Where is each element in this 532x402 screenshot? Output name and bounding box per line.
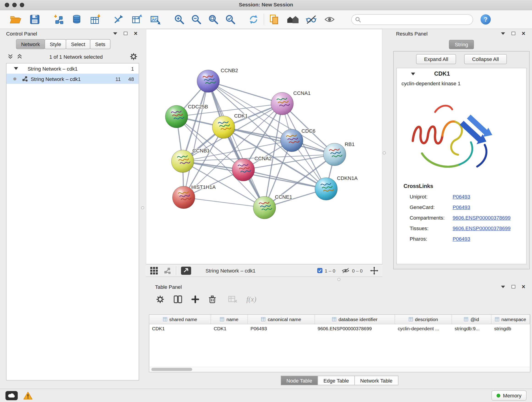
float-window-icon[interactable] [122, 30, 129, 36]
crosslink-link[interactable]: P06493 [452, 194, 470, 199]
node-CDKN1A[interactable] [315, 178, 337, 200]
zoom-selected-button[interactable] [224, 12, 237, 27]
open-in-window-button[interactable] [181, 266, 191, 274]
node-RB1[interactable] [323, 143, 346, 166]
node-CCNB2[interactable] [197, 70, 220, 92]
collapse-gene-icon[interactable] [411, 73, 415, 75]
warnings-button[interactable] [23, 391, 33, 400]
edge-CCNA2-CDKN1A[interactable] [243, 170, 326, 189]
zoom-fit-button[interactable] [206, 12, 220, 27]
network-overview-icon[interactable] [164, 267, 171, 274]
hide-items-button[interactable] [304, 12, 318, 27]
zoom-in-button[interactable] [172, 12, 186, 27]
horizontal-scrollbar[interactable] [150, 367, 530, 372]
column-header-database-identifier[interactable]: database identifier [315, 315, 395, 324]
column-header-canonical-name[interactable]: canonical name [248, 315, 315, 324]
crosslink-link[interactable]: 9606.ENSP00000378699 [452, 225, 510, 231]
open-session-button[interactable] [9, 12, 22, 27]
disclosure-triangle-icon[interactable] [14, 67, 18, 70]
float-menu-icon[interactable] [500, 30, 507, 36]
import-network-database-button[interactable] [70, 12, 84, 27]
export-image-button[interactable] [149, 12, 162, 27]
float-menu-icon[interactable] [112, 30, 119, 36]
expand-all-button[interactable]: Expand All [416, 54, 456, 64]
memory-label: Memory [503, 393, 521, 398]
node-label-CCNB2: CCNB2 [221, 68, 238, 73]
network-collection-row[interactable]: String Network – cdk1 1 [6, 64, 139, 74]
merge-networks-button[interactable] [112, 12, 125, 27]
apply-layout-button[interactable] [247, 12, 260, 27]
hidden-eye-icon[interactable] [341, 268, 350, 274]
tab-network[interactable]: Network [16, 39, 45, 49]
gear-icon[interactable] [129, 52, 138, 61]
pan-crosshair-icon[interactable] [370, 266, 378, 274]
node-CDK1[interactable] [212, 116, 235, 138]
node-CDC6[interactable] [280, 129, 303, 152]
gene-card-header[interactable]: CDK1 [397, 68, 526, 80]
crosslink-link[interactable]: 9606.ENSP00000378699 [452, 215, 510, 220]
expand-all-icon[interactable] [17, 54, 22, 60]
crosslink-link[interactable]: P06493 [452, 204, 470, 210]
column-header-label: shared name [169, 317, 197, 322]
edge-HIST1H1A-CCNE1[interactable] [184, 197, 265, 208]
close-panel-icon[interactable]: × [520, 30, 527, 36]
close-panel-icon[interactable]: × [132, 30, 139, 36]
network-graph[interactable]: CCNB2CCNA1CDC25BCDK1CDC6RB1CCNB1CCNA2CDK… [146, 29, 382, 264]
float-menu-icon[interactable] [500, 284, 507, 290]
bottom-splitter-handle[interactable] [337, 278, 341, 281]
table-settings-gear-icon[interactable] [156, 295, 165, 304]
collapse-all-button[interactable]: Collapse All [464, 54, 507, 64]
home-button[interactable] [286, 12, 300, 27]
network-canvas[interactable]: CCNB2CCNA1CDC25BCDK1CDC6RB1CCNB1CCNA2CDK… [146, 29, 382, 264]
right-splitter-handle[interactable] [383, 151, 386, 154]
tab-select[interactable]: Select [66, 39, 90, 49]
node-CCNA1[interactable] [271, 92, 293, 115]
copy-button[interactable] [268, 12, 281, 27]
tab-sets[interactable]: Sets [90, 39, 110, 49]
column-header-shared-name[interactable]: shared name [149, 315, 211, 324]
cloud-button[interactable] [6, 391, 18, 400]
column-header-namespace[interactable]: namespace [491, 315, 530, 324]
save-session-button[interactable] [28, 12, 41, 27]
tab-edge-table[interactable]: Edge Table [317, 376, 355, 385]
memory-button[interactable]: Memory [491, 390, 526, 401]
column-header-description[interactable]: description [395, 315, 452, 324]
import-network-file-button[interactable] [52, 12, 65, 27]
delete-column-trash-icon[interactable] [208, 295, 216, 304]
selected-checkbox[interactable] [317, 268, 322, 273]
table-row[interactable]: CDK1CDK1P064939606.ENSP00000378699cyclin… [149, 324, 530, 333]
edge-CCNB2-CCNA1[interactable] [208, 81, 282, 104]
tab-style[interactable]: Style [45, 39, 66, 49]
add-column-icon[interactable] [191, 295, 199, 303]
edge-CCNB2-CCNE1[interactable] [208, 81, 264, 208]
tab-network-table[interactable]: Network Table [355, 376, 399, 385]
show-columns-icon[interactable] [173, 295, 182, 303]
zoom-out-button[interactable] [190, 12, 203, 27]
network-row[interactable]: String Network – cdk1 11 48 [6, 74, 139, 84]
collapse-all-icon[interactable] [7, 54, 13, 60]
network-tree: String Network – cdk1 1 String Network –… [6, 63, 139, 380]
database-icon [72, 14, 82, 25]
column-header--id[interactable]: @id [452, 315, 491, 324]
import-table-file-button[interactable] [89, 12, 102, 27]
node-CDC25B[interactable] [165, 105, 188, 128]
export-table-button[interactable] [130, 12, 144, 27]
tab-node-table[interactable]: Node Table [281, 376, 318, 385]
float-window-icon[interactable] [510, 284, 517, 290]
collection-count: 1 [131, 65, 134, 71]
show-items-button[interactable] [323, 12, 336, 27]
column-header-name[interactable]: name [211, 315, 248, 324]
help-button[interactable]: ? [481, 14, 491, 25]
search-box[interactable] [351, 14, 473, 25]
search-input[interactable] [361, 16, 469, 22]
node-CCNB1[interactable] [171, 150, 194, 172]
tab-string[interactable]: String [449, 40, 474, 49]
close-panel-icon[interactable]: × [520, 284, 527, 290]
left-splitter-handle[interactable] [141, 206, 144, 209]
float-window-icon[interactable] [510, 30, 517, 36]
crosslink-link[interactable]: P06493 [452, 236, 470, 242]
scrollbar-thumb[interactable] [151, 368, 192, 371]
birds-eye-view-icon[interactable] [150, 266, 158, 274]
node-CCNE1[interactable] [253, 196, 276, 219]
node-CCNA2[interactable] [232, 159, 254, 181]
